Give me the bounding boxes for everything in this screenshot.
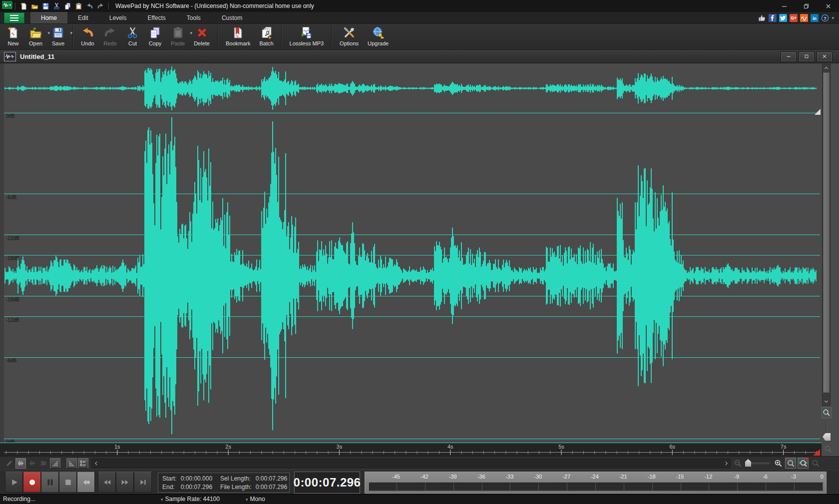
toolbar-open-button[interactable]: Open▾ <box>24 25 47 49</box>
meter-tick-line <box>453 483 454 491</box>
toolbar-copy-button[interactable]: Copy <box>144 25 166 49</box>
vertical-scrollbar-thumb[interactable] <box>823 72 830 393</box>
titlebar-left: WavePad by NCH Software - (Unlicensed) N… <box>0 0 773 12</box>
facebook-icon[interactable] <box>768 13 777 22</box>
toolbar-button-label: Redo <box>103 40 116 46</box>
window-minimize-button[interactable] <box>773 0 795 12</box>
toolbar-save-button[interactable]: Save▾ <box>47 25 69 49</box>
record-restart-button[interactable] <box>77 472 95 493</box>
toolbar-new-button[interactable]: New <box>2 25 24 49</box>
channels-selector[interactable]: ▾Mono <box>246 496 265 503</box>
document-minimize-button[interactable] <box>781 52 796 61</box>
options-list-tool-button[interactable] <box>78 458 88 469</box>
zoom-to-selection-button[interactable] <box>785 458 796 469</box>
status-text: Recording... <box>3 496 35 503</box>
vertical-scrollbar[interactable] <box>822 64 831 406</box>
toolbar-cut-button[interactable]: Cut <box>121 25 144 49</box>
app-icon <box>2 1 12 11</box>
tab-effects[interactable]: Effects <box>137 12 176 23</box>
quick-save-button[interactable] <box>40 1 51 11</box>
toolbar-delete-button[interactable]: Delete <box>189 25 214 49</box>
toolbar-upgrade-button[interactable]: Upgrade <box>363 25 393 49</box>
tab-tools[interactable]: Tools <box>176 12 211 23</box>
wave-edit-tool-button[interactable] <box>15 458 26 469</box>
ruler-label: 6s <box>669 444 675 450</box>
meter-tick-label: -21 <box>619 474 627 480</box>
toolbar-options-button[interactable]: Options <box>335 25 363 49</box>
dropdown-caret-icon[interactable]: ▾ <box>70 30 72 35</box>
fade-out-tool-button[interactable] <box>66 458 77 469</box>
waveform-panel[interactable]: 0dB-6dB-12dB-18dB-18dB-12dB-6dB0dB 1s2s3… <box>0 63 839 456</box>
scroll-up-arrow-icon[interactable] <box>823 64 830 72</box>
sample-rate-selector[interactable]: ▾Sample Rate: 44100 <box>161 496 220 503</box>
level-meter-bar <box>369 483 823 491</box>
quick-new-button[interactable] <box>18 1 29 11</box>
vertical-zoom-button[interactable] <box>822 407 832 418</box>
main-menu-button[interactable] <box>4 12 24 23</box>
meter-tick-label: -27 <box>562 474 570 480</box>
zoom-full-button[interactable] <box>798 458 809 469</box>
document-window-buttons <box>781 52 839 61</box>
toolbar-batch-button[interactable]: Batch <box>255 25 278 49</box>
lossless-icon <box>300 25 313 40</box>
start-label: Start: <box>162 475 177 483</box>
scroll-down-arrow-icon[interactable] <box>823 398 830 405</box>
meter-tick-line <box>538 483 539 491</box>
rewind-button[interactable] <box>98 472 116 493</box>
zoom-slider-handle[interactable] <box>745 459 751 467</box>
meter-tick-line <box>709 483 709 491</box>
toolbar-bookmark-button[interactable]: Bookmark <box>221 25 255 49</box>
linkedin-icon[interactable]: in <box>810 13 819 22</box>
toolbar-button-label: Cut <box>128 40 137 46</box>
google-plus-icon[interactable]: G+ <box>789 13 798 22</box>
meter-tick-label: -3 <box>791 474 796 480</box>
toolbar-lossless-button[interactable]: Lossless MP3 <box>285 25 328 49</box>
help-icon[interactable]: ? <box>821 13 829 22</box>
tab-custom[interactable]: Custom <box>211 12 253 23</box>
scroll-left-arrow-icon[interactable] <box>92 459 100 468</box>
tab-home[interactable]: Home <box>30 12 67 23</box>
help-dropdown-caret-icon[interactable]: ▾ <box>832 15 834 20</box>
window-restore-button[interactable] <box>795 0 817 12</box>
twitter-icon[interactable] <box>779 13 787 22</box>
meter-tick-label: -15 <box>676 474 684 480</box>
document-maximize-button[interactable] <box>799 52 814 61</box>
toolbar-undo-button[interactable]: Undo <box>76 25 99 49</box>
overview-waveform <box>5 66 816 110</box>
meter-tick-label: -9 <box>734 474 739 480</box>
vertical-zoom-slider-handle[interactable] <box>823 433 831 441</box>
record-button[interactable] <box>23 472 41 493</box>
ruler-label: 3s <box>337 444 343 450</box>
horizontal-scrollbar[interactable] <box>91 459 731 468</box>
quick-open-button[interactable] <box>29 1 40 11</box>
nch-icon[interactable] <box>800 13 808 22</box>
waveform-display[interactable] <box>0 63 839 443</box>
zoom-slider[interactable] <box>745 458 771 469</box>
window-close-button[interactable] <box>817 0 839 12</box>
zoom-out-button <box>732 458 743 469</box>
fade-in-tool-button[interactable] <box>50 458 60 469</box>
svg-text:?: ? <box>824 15 827 20</box>
quick-undo-button[interactable] <box>84 1 95 11</box>
vertical-zoom-slider[interactable] <box>822 420 832 443</box>
tab-levels[interactable]: Levels <box>99 12 137 23</box>
scroll-right-arrow-icon[interactable] <box>722 459 730 468</box>
quick-redo-button[interactable] <box>95 1 106 11</box>
zoom-in-button[interactable] <box>773 458 784 469</box>
timeline-ruler[interactable]: 1s2s3s4s5s6s7s <box>0 443 822 456</box>
stop-button[interactable] <box>59 472 77 493</box>
go-to-end-button[interactable] <box>134 472 152 493</box>
fast-forward-button[interactable] <box>116 472 134 493</box>
meter-tick-line <box>652 483 653 491</box>
document-close-button[interactable] <box>817 52 832 61</box>
toolbar-button-label: Paste <box>171 40 185 46</box>
pause-button[interactable] <box>41 472 59 493</box>
quick-cut-button[interactable] <box>51 1 62 11</box>
thumbs-up-icon[interactable] <box>758 13 766 22</box>
tab-edit[interactable]: Edit <box>67 12 99 23</box>
meter-tick-line <box>823 483 823 491</box>
toolbar-button-label: Open <box>29 40 42 46</box>
play-button[interactable] <box>5 472 23 493</box>
quick-copy-button[interactable] <box>62 1 73 11</box>
quick-paste-button[interactable] <box>73 1 84 11</box>
